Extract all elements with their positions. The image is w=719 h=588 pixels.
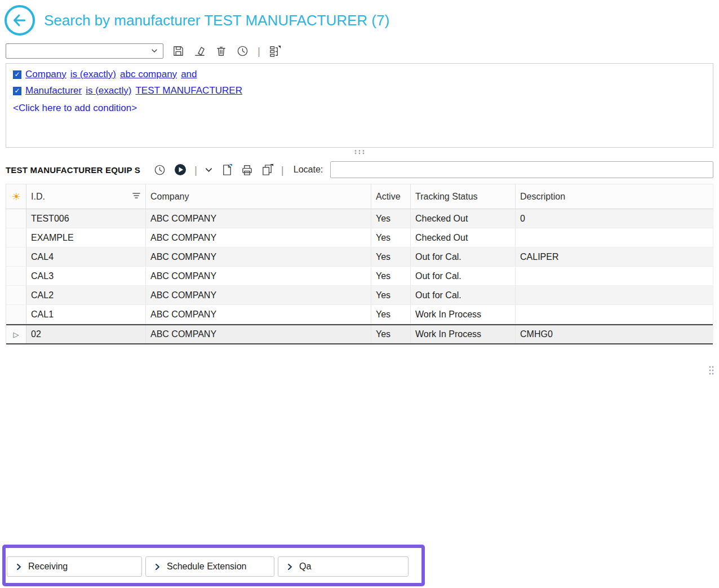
qa-button[interactable]: Qa bbox=[278, 556, 409, 577]
cell-company: ABC COMPANY bbox=[146, 228, 371, 247]
print-icon bbox=[241, 163, 254, 176]
cell-description bbox=[516, 228, 713, 247]
print-button[interactable] bbox=[241, 163, 254, 176]
row-header-cell[interactable]: ▷ bbox=[6, 325, 26, 343]
cell-tracking: Checked Out bbox=[411, 209, 516, 228]
chevron-right-icon bbox=[15, 563, 23, 571]
column-header-label: Tracking Status bbox=[415, 192, 478, 202]
row-header-cell[interactable]: ▷ bbox=[6, 286, 26, 304]
condition-row: ✓ Company is (exactly) abc company and bbox=[13, 69, 706, 80]
condition-field-link[interactable]: Manufacturer bbox=[25, 85, 82, 96]
cell-active: Yes bbox=[371, 267, 411, 285]
condition-value-link[interactable]: TEST MANUFACTURER bbox=[135, 85, 242, 96]
cell-description: CMHG0 bbox=[516, 325, 713, 343]
condition-operator-link[interactable]: is (exactly) bbox=[70, 69, 116, 80]
table-body: ▷ TEST006 ABC COMPANY Yes Checked Out 0 … bbox=[6, 209, 713, 344]
locate-label: Locate: bbox=[294, 165, 323, 175]
condition-panel: ✓ Company is (exactly) abc company and ✓… bbox=[6, 63, 713, 148]
current-row-arrow-icon: ▷ bbox=[14, 330, 19, 339]
search-toolbar: | bbox=[6, 42, 713, 60]
results-toolbar: TEST MANUFACTURER EQUIP S | | Locate: bbox=[6, 159, 713, 180]
cell-id: CAL2 bbox=[26, 286, 146, 304]
table-row[interactable]: ▷ TEST006 ABC COMPANY Yes Checked Out 0 bbox=[6, 209, 713, 228]
cell-id: CAL3 bbox=[26, 267, 146, 285]
delete-button[interactable] bbox=[215, 45, 228, 58]
cell-description bbox=[516, 267, 713, 285]
cell-description bbox=[516, 286, 713, 304]
task-button-label: Schedule Extension bbox=[167, 562, 246, 572]
back-button[interactable] bbox=[5, 5, 35, 36]
cell-description: CALIPER bbox=[516, 247, 713, 266]
cell-company: ABC COMPANY bbox=[146, 247, 371, 266]
hierarchy-button[interactable] bbox=[269, 45, 282, 58]
filter-icon[interactable] bbox=[132, 192, 141, 202]
clear-button[interactable] bbox=[193, 45, 206, 58]
new-document-button[interactable] bbox=[220, 163, 233, 176]
save-button[interactable] bbox=[172, 45, 185, 58]
condition-operator-link[interactable]: is (exactly) bbox=[86, 85, 131, 96]
condition-value-link[interactable]: abc company bbox=[120, 69, 177, 80]
chevron-down-icon bbox=[205, 166, 213, 174]
toolbar-separator: | bbox=[281, 165, 284, 175]
cell-active: Yes bbox=[371, 247, 411, 266]
add-condition-link[interactable]: <Click here to add condition> bbox=[13, 103, 137, 114]
column-header-label: I.D. bbox=[31, 192, 45, 202]
schedule-extension-button[interactable]: Schedule Extension bbox=[145, 556, 274, 577]
column-header-active[interactable]: Active bbox=[371, 184, 411, 209]
column-header-description[interactable]: Description bbox=[516, 184, 713, 209]
cell-tracking: Work In Process bbox=[411, 325, 516, 343]
cell-tracking: Out for Cal. bbox=[411, 247, 516, 266]
cell-tracking: Work In Process bbox=[411, 305, 516, 324]
table-row[interactable]: ▷ CAL1 ABC COMPANY Yes Work In Process bbox=[6, 305, 713, 324]
table-row[interactable]: ▷ CAL4 ABC COMPANY Yes Out for Cal. CALI… bbox=[6, 247, 713, 267]
results-title: TEST MANUFACTURER EQUIP S bbox=[6, 165, 140, 175]
condition-checkbox[interactable]: ✓ bbox=[13, 70, 21, 79]
row-header-cell[interactable]: ▷ bbox=[6, 247, 26, 266]
cell-company: ABC COMPANY bbox=[146, 209, 371, 228]
cell-active: Yes bbox=[371, 286, 411, 304]
table-row[interactable]: ▷ CAL3 ABC COMPANY Yes Out for Cal. bbox=[6, 267, 713, 286]
column-header-id[interactable]: I.D. bbox=[26, 184, 146, 209]
row-header-cell[interactable]: ▷ bbox=[6, 228, 26, 247]
splitter-grip-vertical[interactable] bbox=[708, 365, 714, 375]
equipment-table: ☀ I.D. Company Active Tracking Status De… bbox=[6, 184, 713, 344]
task-button-label: Receiving bbox=[28, 562, 68, 572]
toolbar-separator: | bbox=[194, 165, 197, 175]
footer-task-buttons: Receiving Schedule Extension Qa bbox=[7, 556, 409, 577]
cell-active: Yes bbox=[371, 305, 411, 324]
cell-active: Yes bbox=[371, 209, 411, 228]
condition-checkbox[interactable]: ✓ bbox=[13, 87, 21, 95]
cell-tracking: Checked Out bbox=[411, 228, 516, 247]
row-header-cell[interactable]: ▷ bbox=[6, 305, 26, 324]
column-header-company[interactable]: Company bbox=[146, 184, 371, 209]
cell-active: Yes bbox=[371, 325, 411, 343]
cell-description bbox=[516, 305, 713, 324]
copy-button[interactable] bbox=[261, 163, 274, 176]
copy-icon bbox=[261, 163, 274, 176]
locate-input[interactable] bbox=[330, 161, 713, 178]
run-search-button[interactable] bbox=[174, 163, 187, 176]
sun-icon: ☀ bbox=[11, 192, 20, 202]
condition-conjunction-link[interactable]: and bbox=[181, 69, 197, 80]
select-all-cell[interactable]: ☀ bbox=[6, 184, 26, 209]
splitter-grip-horizontal[interactable] bbox=[353, 149, 366, 154]
table-row[interactable]: ▷ CAL2 ABC COMPANY Yes Out for Cal. bbox=[6, 286, 713, 305]
condition-field-link[interactable]: Company bbox=[25, 69, 66, 80]
condition-row: ✓ Manufacturer is (exactly) TEST MANUFAC… bbox=[13, 85, 706, 96]
results-menu-button[interactable] bbox=[205, 166, 213, 174]
saved-search-select[interactable] bbox=[6, 43, 163, 59]
results-history-button[interactable] bbox=[153, 163, 166, 176]
table-header-row: ☀ I.D. Company Active Tracking Status De… bbox=[6, 184, 713, 209]
cell-tracking: Out for Cal. bbox=[411, 286, 516, 304]
clear-icon bbox=[193, 45, 206, 58]
table-row[interactable]: ▷ EXAMPLE ABC COMPANY Yes Checked Out bbox=[6, 228, 713, 247]
history-button[interactable] bbox=[236, 45, 249, 58]
cell-tracking: Out for Cal. bbox=[411, 267, 516, 285]
receiving-button[interactable]: Receiving bbox=[7, 556, 142, 577]
table-row[interactable]: ▷ 02 ABC COMPANY Yes Work In Process CMH… bbox=[6, 324, 713, 344]
back-arrow-icon bbox=[11, 12, 28, 29]
row-header-cell[interactable]: ▷ bbox=[6, 267, 26, 285]
column-header-tracking-status[interactable]: Tracking Status bbox=[411, 184, 516, 209]
row-header-cell[interactable]: ▷ bbox=[6, 209, 26, 228]
cell-id: 02 bbox=[26, 325, 146, 343]
